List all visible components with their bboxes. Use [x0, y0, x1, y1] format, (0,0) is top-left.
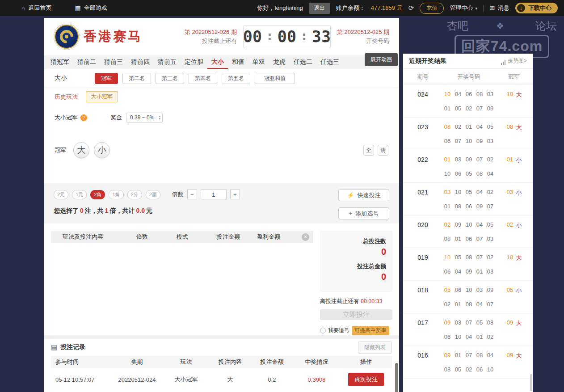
subnav-chip-2[interactable]: 第三名	[156, 73, 184, 84]
draw-number: 08	[465, 301, 473, 308]
download-label: 下载中心	[528, 4, 551, 12]
subnav-chip-4[interactable]: 第五名	[222, 73, 250, 84]
lightning-icon: ⚡	[347, 192, 354, 198]
download-center-button[interactable]: ↓下载中心	[515, 3, 558, 13]
home-link[interactable]: ⌂返回首页	[21, 4, 51, 12]
unit-4[interactable]: 2分	[127, 190, 142, 199]
trend-chart-link[interactable]: 走势图>	[501, 57, 527, 65]
history-play-link[interactable]: 历史玩法	[55, 93, 78, 101]
chart-icon	[501, 60, 506, 65]
history-tag[interactable]: 大小冠军	[86, 91, 118, 102]
draw-number: 02	[487, 156, 494, 163]
subnav-chip-3[interactable]: 第四名	[189, 73, 217, 84]
countdown-minutes: 00	[278, 28, 296, 46]
champion-number: 01	[506, 156, 514, 163]
sidebar-scrollbar[interactable]	[530, 374, 532, 391]
unit-1[interactable]: 1元	[72, 190, 87, 199]
clear-button[interactable]: 清	[378, 145, 388, 156]
add-selection-button[interactable]: +添加选号	[338, 207, 389, 219]
result-size: 小	[516, 287, 522, 295]
home-label: 返回首页	[28, 4, 51, 12]
expand-animation-button[interactable]: 展开动画	[365, 53, 398, 66]
prize-select[interactable]: 0.39 ~ 0% ▴▾	[126, 113, 163, 122]
logo-dot	[65, 35, 68, 38]
nav-tab-4[interactable]: 猜前五	[154, 55, 181, 69]
draw-number: 05	[465, 189, 473, 195]
multiplier-increase-button[interactable]: +	[230, 190, 240, 199]
bet-option-big[interactable]: 大	[73, 142, 89, 158]
multiplier-input[interactable]	[201, 190, 227, 199]
brand-title: 香港赛马	[84, 28, 143, 46]
draw-number: 05	[476, 319, 484, 326]
subnav-chip-1[interactable]: 第二名	[122, 73, 151, 84]
submit-bet-button[interactable]: 立即投注	[320, 309, 392, 320]
nav-tab-10[interactable]: 任选二	[290, 55, 316, 69]
nav-tab-0[interactable]: 猜冠军	[46, 55, 73, 69]
quick-bet-label: 快速投注	[358, 191, 381, 199]
nav-tab-5[interactable]: 定位胆	[181, 55, 207, 69]
champion-number: 03	[506, 189, 514, 195]
draw-number: 05	[465, 170, 473, 177]
records-col-content: 投注内容	[210, 358, 251, 366]
draw-number: 05	[487, 123, 494, 130]
spinner-icon[interactable]: ▴▾	[159, 115, 160, 120]
refresh-icon[interactable]: ⟳	[408, 4, 414, 12]
unit-5[interactable]: 2厘	[146, 190, 160, 199]
recharge-button[interactable]: 充值	[420, 3, 444, 14]
draw-number: 05	[487, 221, 494, 228]
result-row: 021 0310050402 0108060907 03小	[403, 183, 533, 215]
nav-tab-1[interactable]: 猜前二	[73, 55, 100, 69]
result-numbers: 1004060803 0105020709	[437, 91, 501, 112]
result-row: 020 0209100405 0801060703 02小	[403, 215, 533, 248]
result-row: 019 1005080702 0604090103 10大	[403, 248, 533, 281]
hide-list-button[interactable]: 隐藏列表	[358, 341, 392, 354]
summary-suffix: 元	[146, 207, 152, 214]
spin-down-icon[interactable]: ▾	[159, 118, 160, 120]
unit-3[interactable]: 1角	[109, 190, 123, 199]
all-games-link[interactable]: ▦全部游戏	[75, 4, 107, 12]
nav-tab-3[interactable]: 猜前四	[127, 55, 154, 69]
bet-option-small[interactable]: 小	[94, 142, 110, 158]
messages-link[interactable]: ✉消息	[489, 4, 509, 12]
nav-tab-9[interactable]: 龙虎	[269, 55, 290, 69]
unit-0[interactable]: 2元	[54, 190, 68, 199]
result-issue: 024	[409, 91, 437, 112]
nav-tab-2[interactable]: 猜前三	[100, 55, 127, 69]
draw-number: 02	[455, 123, 462, 130]
draw-number: 03	[476, 287, 484, 293]
nav-tab-11[interactable]: 任选三	[316, 55, 343, 69]
result-numbers: 0103090702 1006050804	[437, 156, 501, 177]
result-numbers: 0209100405 0801060703	[437, 221, 501, 242]
subnav-chip-0-active[interactable]: 冠军	[95, 73, 118, 84]
chase-radio[interactable]	[320, 328, 326, 333]
summary-mid2: 倍，共计	[110, 207, 135, 214]
select-all-button[interactable]: 全	[363, 145, 374, 156]
draw-number: 01	[444, 156, 451, 163]
draw-number: 06	[465, 203, 473, 210]
bet-slip-col-4: 盈利金额	[257, 233, 297, 241]
draw-number: 08	[487, 319, 494, 326]
results-table-header: 期号 开奖号码 冠军	[403, 69, 533, 85]
multiplier-decrease-button[interactable]: −	[187, 190, 197, 199]
close-icon[interactable]: ×	[302, 233, 309, 241]
prize-label: 奖金	[110, 114, 122, 122]
admin-center-menu[interactable]: 管理中心▾	[450, 4, 477, 12]
quick-bet-button[interactable]: ⚡快速投注	[338, 189, 389, 201]
summary-bet-count: 0	[80, 207, 84, 214]
draw-number: 08	[444, 123, 451, 130]
unit-2-active[interactable]: 2角	[90, 190, 105, 199]
records-col-time: 参与时间	[51, 358, 111, 366]
bet-records-section: ▤ 投注记录 隐藏列表 参与时间 奖期 玩法 投注内容 投注金额 中奖情况 操作…	[44, 339, 399, 391]
result-row: 023 0802010405 0607100903 08大	[403, 118, 533, 150]
draw-number: 03	[455, 156, 462, 163]
nav-tab-8[interactable]: 单双	[248, 55, 269, 69]
vertical-scrollbar[interactable]	[395, 363, 398, 392]
logout-button[interactable]: 退出	[309, 3, 330, 14]
draw-number: 07	[465, 352, 473, 358]
nav-tab-7[interactable]: 和值	[228, 55, 248, 69]
help-icon[interactable]: ?	[80, 114, 87, 121]
bet-again-button[interactable]: 再次投注	[348, 373, 384, 386]
game-name: 大小冠军	[55, 114, 78, 122]
nav-tab-6-active[interactable]: 大小	[207, 55, 228, 69]
subnav-chip-5[interactable]: 冠亚和值	[255, 73, 295, 84]
